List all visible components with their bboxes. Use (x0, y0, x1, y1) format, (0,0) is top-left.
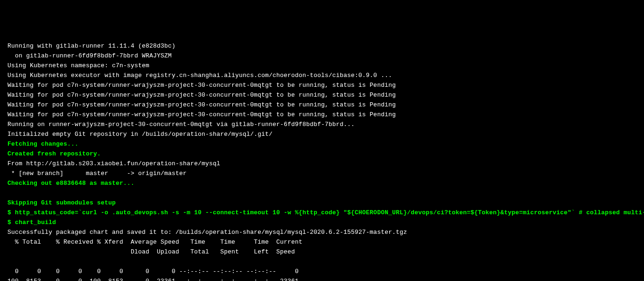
log-line: Running with gitlab-runner 11.11.4 (e828… (7, 41, 637, 51)
log-line: $ chart_build (7, 218, 637, 227)
log-line: 100 8153 0 0 100 8153 0 23361 --:--:-- -… (7, 276, 637, 281)
log-line: Using Kubernetes executor with image reg… (7, 70, 637, 80)
log-line: on gitlab-runner-6fd9f8bdbf-7bbrd WRAJYS… (7, 51, 637, 61)
log-line: From http://gitlab.s203.xiaobei.fun/oper… (7, 159, 637, 169)
terminal-log-output: Running with gitlab-runner 11.11.4 (e828… (7, 41, 637, 281)
log-line: Running on runner-wrajyszm-project-30-co… (7, 119, 637, 129)
log-line: Waiting for pod c7n-system/runner-wrajys… (7, 100, 637, 110)
log-line: Checking out e8836648 as master... (7, 178, 637, 188)
log-line: 0 0 0 0 0 0 0 0 --:--:-- --:--:-- --:--:… (7, 267, 637, 276)
log-line: Using Kubernetes namespace: c7n-system (7, 61, 637, 70)
log-line: Created fresh repository. (7, 149, 637, 159)
log-line (7, 257, 637, 267)
log-line: $ http_status_code=`curl -o .auto_devops… (7, 208, 637, 218)
log-line: Skipping Git submodules setup (7, 198, 637, 208)
log-line: Waiting for pod c7n-system/runner-wrajys… (7, 90, 637, 100)
log-line: * [new branch] master -> origin/master (7, 169, 637, 178)
log-line (7, 188, 637, 198)
log-line: Initialized empty Git repository in /bui… (7, 129, 637, 139)
log-line: Waiting for pod c7n-system/runner-wrajys… (7, 80, 637, 90)
log-line: Successfully packaged chart and saved it… (7, 227, 637, 237)
log-line: % Total % Received % Xferd Average Speed… (7, 237, 637, 247)
log-line: Fetching changes... (7, 139, 637, 149)
log-line: Dload Upload Total Spent Left Speed (7, 247, 637, 257)
log-line: Waiting for pod c7n-system/runner-wrajys… (7, 110, 637, 119)
